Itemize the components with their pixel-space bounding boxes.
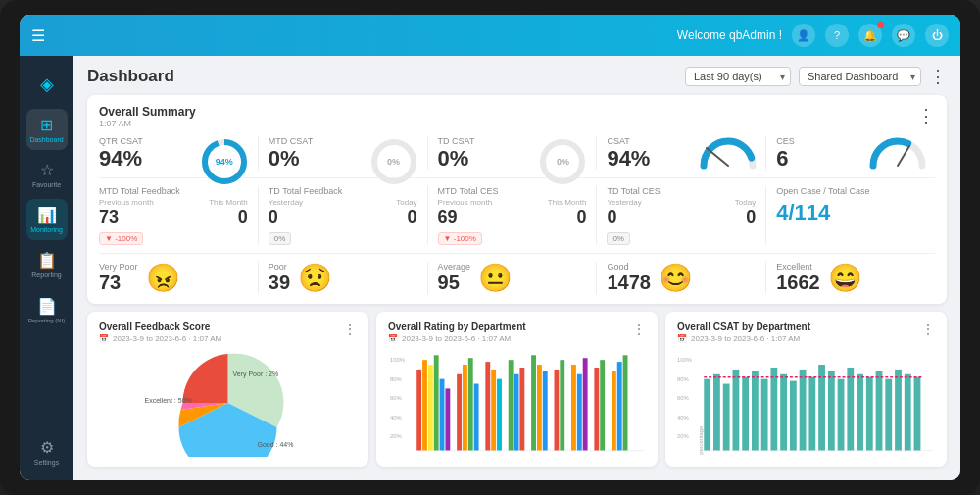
feedback-mtd-ces: MTD Total CES Previous month This Month … xyxy=(428,186,598,245)
emotion-poor: Poor 39 😟 xyxy=(259,262,428,294)
svg-rect-25 xyxy=(474,384,479,451)
fb-td-ces-prev-label: Yesterday xyxy=(607,198,641,207)
fb-mtd-row: Previous month This Month xyxy=(99,198,248,207)
fb-td-ces-curr-label: Today xyxy=(735,198,756,207)
svg-rect-17 xyxy=(422,360,427,451)
fb-mtd-ces-title: MTD Total CES xyxy=(438,186,587,196)
svg-rect-39 xyxy=(583,358,588,450)
fb-mtd-ces-curr-label: This Month xyxy=(548,198,587,207)
poor-emoji: 😟 xyxy=(298,262,332,294)
emotion-poor-label: Poor xyxy=(269,262,290,272)
csat-by-dept-more-icon[interactable]: ⋮ xyxy=(921,322,935,337)
dashboard-type-select[interactable]: Shared Dashboard My Dashboard xyxy=(799,67,921,86)
svg-rect-52 xyxy=(704,379,710,451)
screen: ☰ Welcome qbAdmin ! 👤 ? 🔔 💬 ⏻ ◈ ⊞ Dashbo… xyxy=(20,15,960,480)
fb-td-ces-row: Yesterday Today xyxy=(607,198,756,207)
svg-rect-16 xyxy=(416,370,421,451)
rating-by-dept-chart-area: 100% 80% 60% 40% 20% xyxy=(388,349,646,457)
good-emoji: 😊 xyxy=(659,262,693,294)
nav-right: Welcome qbAdmin ! 👤 ? 🔔 💬 ⏻ xyxy=(677,24,949,47)
open-case-value: 4/114 xyxy=(776,200,830,224)
mtd-csat-donut: 0% xyxy=(368,136,419,187)
feedback-score-date: 2023-3-9 to 2023-6-6 · 1:07 AM xyxy=(113,334,221,343)
mtd-csat-chart: 0% xyxy=(368,136,419,187)
svg-rect-37 xyxy=(571,365,576,451)
svg-rect-33 xyxy=(537,365,542,451)
svg-rect-63 xyxy=(808,377,815,451)
sidebar-item-reporting[interactable]: 📋 Reporting xyxy=(26,244,68,285)
feedback-row: MTD Total Feedback Previous month This M… xyxy=(99,178,935,254)
fb-td-curr-value: 0 xyxy=(408,207,417,227)
reporting-icon: 📋 xyxy=(37,251,57,270)
sidebar-item-reporting2[interactable]: 📄 Reporting (NI) xyxy=(26,289,68,330)
dashboard-icon: ⊞ xyxy=(40,116,53,134)
rating-by-dept-more-icon[interactable]: ⋮ xyxy=(632,322,646,337)
fb-mtd-curr-value: 0 xyxy=(238,207,248,227)
dashboard-header: Dashboard Last 90 day(s) Last 30 day(s) … xyxy=(87,66,947,87)
metric-qtr-csat: QTR CSAT 94% 94% xyxy=(99,136,259,170)
sidebar-item-monitoring[interactable]: 📊 Monitoring xyxy=(26,199,68,240)
device-frame: ☰ Welcome qbAdmin ! 👤 ? 🔔 💬 ⏻ ◈ ⊞ Dashbo… xyxy=(0,0,980,495)
sidebar-item-favourite[interactable]: ☆ Favourite xyxy=(26,154,68,195)
feedback-score-chart-area: Very Poor : 2% Excellent : 50% Good : 44… xyxy=(99,349,357,457)
svg-text:60%: 60% xyxy=(390,395,402,401)
svg-rect-68 xyxy=(857,374,863,451)
summary-title: Overall Summary xyxy=(99,105,196,119)
pie-chart-svg: Very Poor : 2% Excellent : 50% Good : 44… xyxy=(99,349,357,457)
td-csat-chart: 0% xyxy=(537,136,588,187)
svg-rect-24 xyxy=(468,358,473,450)
fb-td-ces-badge: 0% xyxy=(607,232,630,245)
svg-text:100%: 100% xyxy=(677,357,692,363)
sidebar-favourite-label: Favourite xyxy=(32,181,61,188)
svg-rect-62 xyxy=(800,370,807,451)
hamburger-icon[interactable]: ☰ xyxy=(31,26,45,45)
svg-rect-60 xyxy=(780,374,787,451)
sidebar-item-settings[interactable]: ⚙ Settings xyxy=(26,431,68,472)
dashboard-more-icon[interactable]: ⋮ xyxy=(929,66,947,87)
subtitle-calendar-icon: 📅 xyxy=(99,334,109,343)
svg-rect-53 xyxy=(713,374,720,451)
svg-rect-41 xyxy=(600,360,605,451)
reporting2-icon: 📄 xyxy=(37,297,57,316)
svg-text:Good : 44%: Good : 44% xyxy=(258,441,294,448)
average-emoji: 😐 xyxy=(478,262,513,294)
feedback-mtd-total: MTD Total Feedback Previous month This M… xyxy=(99,186,259,245)
power-icon[interactable]: ⏻ xyxy=(925,24,949,47)
svg-rect-66 xyxy=(838,379,845,451)
sidebar-item-dashboard[interactable]: ⊞ Dashboard xyxy=(26,109,68,150)
emotion-good-info: Good 1478 xyxy=(607,262,651,294)
feedback-score-more-icon[interactable]: ⋮ xyxy=(343,322,357,337)
td-csat-donut-label: 0% xyxy=(557,157,569,167)
td-csat-donut: 0% xyxy=(537,136,588,187)
sidebar-item-label: Dashboard xyxy=(29,136,63,143)
svg-rect-55 xyxy=(732,370,739,451)
excellent-emoji: 😄 xyxy=(828,262,862,294)
feedback-td-ces: TD Total CES Yesterday Today 0 0 0% xyxy=(597,186,766,245)
help-icon[interactable]: ? xyxy=(825,24,849,47)
message-icon[interactable]: 💬 xyxy=(892,24,915,47)
sidebar-settings-label: Settings xyxy=(34,459,59,466)
feedback-score-card: Overall Feedback Score 📅 2023-3-9 to 202… xyxy=(87,312,368,467)
svg-rect-28 xyxy=(497,379,502,451)
emotion-excellent-label: Excellent xyxy=(776,262,820,272)
svg-rect-31 xyxy=(519,368,524,451)
csat-by-dept-card: Overall CSAT by Department 📅 2023-3-9 to… xyxy=(665,312,947,467)
ces-value: 6 xyxy=(776,148,788,170)
emotion-good: Good 1478 😊 xyxy=(597,262,766,294)
settings-icon: ⚙ xyxy=(40,438,54,457)
main-wrapper: ◈ ⊞ Dashboard ☆ Favourite 📊 Monitoring 📋… xyxy=(20,56,960,480)
qtr-csat-chart: 94% xyxy=(199,136,250,187)
fb-mtd-curr-label: This Month xyxy=(209,198,248,207)
svg-rect-43 xyxy=(617,362,622,451)
feedback-score-subtitle: 📅 2023-3-9 to 2023-6-6 · 1:07 AM xyxy=(99,334,221,343)
period-select[interactable]: Last 90 day(s) Last 30 day(s) Last 60 da… xyxy=(685,67,791,86)
svg-rect-67 xyxy=(847,368,854,451)
bell-icon[interactable]: 🔔 xyxy=(858,24,882,47)
user-icon[interactable]: 👤 xyxy=(792,24,815,47)
sidebar-item-logo[interactable]: ◈ xyxy=(26,64,68,105)
summary-more-icon[interactable]: ⋮ xyxy=(917,105,935,126)
fb-td-prev-label: Yesterday xyxy=(269,198,303,207)
qtr-csat-value: 94% xyxy=(99,148,142,170)
page-title: Dashboard xyxy=(87,67,174,86)
svg-text:80%: 80% xyxy=(677,376,689,382)
